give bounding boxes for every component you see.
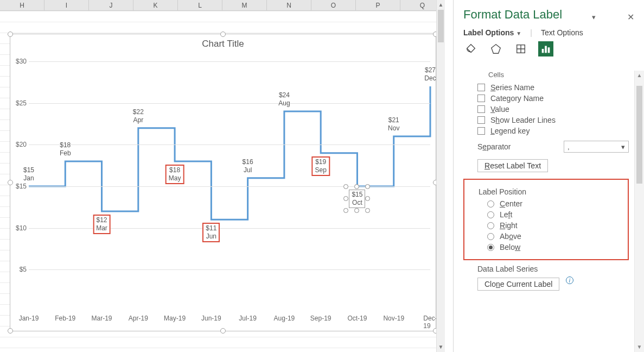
format-category-icons: [463, 41, 636, 56]
x-tick-label: Oct-19: [347, 315, 367, 322]
info-icon[interactable]: i: [566, 276, 573, 284]
data-label[interactable]: $22Apr: [131, 108, 146, 125]
scroll-down-arrow-icon[interactable]: ▼: [437, 342, 445, 352]
y-tick-label: $5: [12, 266, 27, 273]
label-position-heading: Label Position: [479, 187, 624, 196]
pane-vertical-scrollbar[interactable]: ▲ ▼: [634, 71, 644, 352]
data-label[interactable]: $16Jul: [240, 158, 256, 175]
tab-text-options[interactable]: Text Options: [541, 28, 583, 37]
selection-handle[interactable]: [8, 32, 13, 37]
close-icon[interactable]: ✕: [625, 11, 636, 23]
y-tick-label: $15: [12, 183, 27, 190]
scroll-up-arrow-icon[interactable]: ▲: [437, 0, 445, 10]
selection-handle[interactable]: [8, 328, 13, 334]
y-tick-label: $10: [12, 224, 27, 232]
data-label[interactable]: $12Mar: [93, 215, 111, 234]
sheet-vertical-scrollbar[interactable]: ▲ ▼: [436, 0, 445, 352]
x-tick-label: Nov-19: [383, 315, 404, 322]
y-tick-label: $25: [12, 99, 27, 107]
cells-label-truncated: Cells: [488, 71, 629, 79]
checkbox-leader-lines[interactable]: Show Leader Lines: [477, 116, 629, 124]
checkbox-legend-key[interactable]: Legend key: [477, 127, 629, 135]
col-header[interactable]: J: [89, 0, 133, 10]
selection-handle[interactable]: [220, 328, 226, 334]
svg-rect-4: [548, 47, 550, 53]
radio-below[interactable]: Below: [487, 243, 624, 252]
data-label-series-heading: Data Label Series: [477, 265, 629, 273]
checkbox-category-name[interactable]: Category Name: [477, 94, 629, 103]
x-tick-label: Mar-19: [92, 315, 112, 322]
col-header[interactable]: O: [311, 0, 356, 10]
pane-title: Format Data Label: [463, 8, 562, 22]
data-label[interactable]: $19Sep: [311, 156, 329, 176]
col-header[interactable]: K: [133, 0, 178, 10]
clone-current-label-button[interactable]: Clone Current Label: [477, 278, 559, 291]
x-tick-label: Aug-19: [274, 315, 295, 322]
y-tick-label: $30: [12, 58, 27, 65]
x-tick-label: Jan-19: [19, 315, 39, 322]
svg-rect-2: [542, 49, 544, 53]
worksheet-grid[interactable]: Chart Title $5$10$15$20$25$30$15Jan$18Fe…: [0, 11, 445, 352]
column-headers: H I J K L M N O P Q: [0, 0, 445, 11]
radio-above[interactable]: Above: [487, 232, 624, 241]
scroll-thumb[interactable]: [438, 10, 444, 42]
checkbox-series-name[interactable]: SSeries Nameeries Name: [477, 83, 629, 92]
selection-handle[interactable]: [220, 32, 226, 37]
data-label[interactable]: $15Jan: [21, 166, 36, 183]
scroll-thumb[interactable]: [636, 86, 642, 184]
svg-marker-0: [492, 45, 501, 54]
size-properties-icon[interactable]: [513, 41, 528, 56]
tab-label-options[interactable]: Label Options▼: [463, 28, 521, 37]
separator-row: Separator ,▾: [477, 141, 629, 153]
radio-center[interactable]: Center: [487, 199, 624, 208]
separator-combo[interactable]: ,▾: [564, 141, 629, 153]
svg-rect-3: [545, 46, 547, 53]
x-tick-label: Jun-19: [201, 315, 221, 322]
x-tick-label: Sep-19: [310, 315, 331, 322]
effects-icon[interactable]: [488, 41, 503, 56]
y-tick-label: $20: [12, 141, 27, 148]
col-header[interactable]: M: [222, 0, 267, 10]
col-header[interactable]: I: [44, 0, 89, 10]
col-header[interactable]: P: [356, 0, 400, 10]
data-label[interactable]: $18May: [165, 165, 184, 184]
data-label[interactable]: $18Feb: [58, 141, 73, 158]
label-position-highlight: Label Position Center Left Right Above B…: [463, 179, 629, 260]
col-header[interactable]: N: [267, 0, 311, 10]
chart-object[interactable]: Chart Title $5$10$15$20$25$30$15Jan$18Fe…: [10, 34, 436, 331]
radio-right[interactable]: Right: [487, 221, 624, 230]
x-tick-label: Apr-19: [129, 315, 148, 322]
format-pane: Format Data Label ▾ ✕ Label Options▼ | T…: [453, 0, 644, 352]
option-tabs: Label Options▼ | Text Options: [463, 28, 636, 37]
data-label[interactable]: $11Jun: [202, 223, 220, 242]
radio-left[interactable]: Left: [487, 210, 624, 219]
scroll-down-arrow-icon[interactable]: ▼: [635, 342, 644, 352]
x-tick-label: May-19: [164, 315, 186, 322]
reset-label-text-button[interactable]: Reset Label Text: [477, 159, 548, 172]
data-label[interactable]: $24Aug: [276, 91, 292, 108]
label-options-icon[interactable]: [538, 41, 553, 56]
pane-dropdown-icon[interactable]: ▾: [592, 13, 596, 21]
x-tick-label: Dec-19: [423, 315, 437, 330]
x-tick-label: Feb-19: [55, 315, 75, 322]
x-axis-labels: Jan-19Feb-19Mar-19Apr-19May-19Jun-19Jul-…: [29, 315, 430, 324]
data-label[interactable]: $15Oct: [349, 190, 365, 208]
fill-line-icon[interactable]: [463, 41, 479, 56]
plot-area[interactable]: $5$10$15$20$25$30$15Jan$18Feb$12Mar$22Ap…: [29, 61, 430, 311]
col-header[interactable]: L: [178, 0, 222, 10]
scroll-up-arrow-icon[interactable]: ▲: [635, 71, 644, 80]
x-tick-label: Jul-19: [239, 315, 257, 322]
data-label[interactable]: $21Nov: [386, 116, 401, 133]
col-header[interactable]: H: [0, 0, 44, 10]
checkbox-value[interactable]: Value: [477, 105, 629, 114]
